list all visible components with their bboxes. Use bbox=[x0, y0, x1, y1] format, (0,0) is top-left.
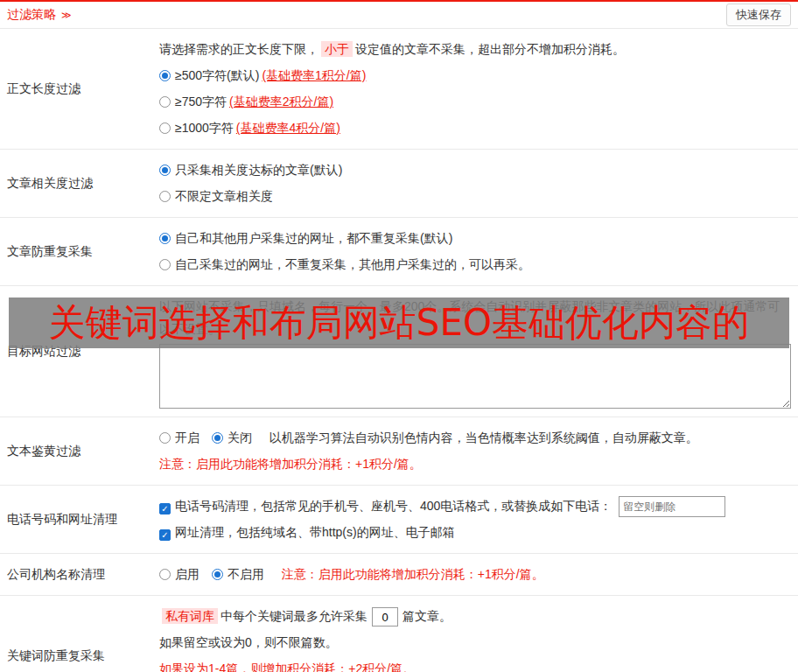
porn-filter-note: 注意：启用此功能将增加积分消耗：+1积分/篇。 bbox=[159, 451, 791, 477]
chevron-down-icon: ≫ bbox=[61, 10, 72, 20]
row-dedup: 文章防重复采集 自己和其他用户采集过的网址，都不重复采集(默认) 自己采集过的网… bbox=[0, 218, 798, 286]
checkbox-option-phone-clean[interactable]: 电话号码清理，包括常见的手机号、座机号、400电话格式，或替换成如下电话： bbox=[159, 499, 615, 513]
option-text: 自己采集过的网址，不重复采集，其他用户采集过的，可以再采。 bbox=[175, 257, 530, 271]
option-text: 关闭 bbox=[228, 430, 252, 444]
option-text: ≥500字符(默认) bbox=[175, 68, 259, 82]
radio-option-relevance-strict[interactable]: 只采集相关度达标的文章(默认) bbox=[159, 157, 791, 183]
option-text: 启用 bbox=[175, 567, 200, 581]
row-company-clean: 公司机构名称清理 启用 不启用 注意：启用此功能将增加积分消耗：+1积分/篇。 bbox=[0, 554, 798, 596]
row-relevance: 文章相关度过滤 只采集相关度达标的文章(默认) 不限定文章相关度 bbox=[0, 150, 798, 218]
option-cost-text: (基础费率2积分/篇) bbox=[229, 94, 333, 108]
keyword-dedup-line1: 私有词库中每个关键词最多允许采集篇文章。 bbox=[159, 603, 791, 629]
option-text: 不启用 bbox=[228, 567, 264, 581]
page-header: 过滤策略 ≫ 快速保存 bbox=[0, 0, 798, 29]
row-body-length: 正文长度过滤 请选择需求的正文长度下限，小于设定值的文章不采集，超出部分不增加积… bbox=[0, 29, 798, 150]
blocked-sites-textarea[interactable] bbox=[159, 344, 791, 409]
option-text: 不限定文章相关度 bbox=[175, 189, 273, 203]
row-keyword-dedup-content: 私有词库中每个关键词最多允许采集篇文章。 如果留空或设为0，则不限篇数。 如果设… bbox=[152, 596, 798, 672]
url-clean-line: 网址清理，包括纯域名、带http(s)的网址、电子邮箱 bbox=[159, 519, 791, 545]
porn-filter-options: 开启 关闭 以机器学习算法自动识别色情内容，当色情概率达到系统阈值，自动屏蔽文章… bbox=[159, 424, 791, 451]
intro-text-post: 设定值的文章不采集，超出部分不增加积分消耗。 bbox=[355, 42, 625, 56]
row-dedup-content: 自己和其他用户采集过的网址，都不重复采集(默认) 自己采集过的网址，不重复采集，… bbox=[152, 218, 798, 285]
checkbox-icon[interactable] bbox=[159, 529, 171, 541]
radio-option-dedup-self-only[interactable]: 自己采集过的网址，不重复采集，其他用户采集过的，可以再采。 bbox=[159, 251, 791, 277]
radio-icon[interactable] bbox=[159, 259, 171, 270]
checkbox-option-url-clean[interactable]: 网址清理，包括纯域名、带http(s)的网址、电子邮箱 bbox=[159, 525, 455, 539]
radio-icon[interactable] bbox=[159, 164, 171, 176]
porn-filter-description: 以机器学习算法自动识别色情内容，当色情概率达到系统阈值，自动屏蔽文章。 bbox=[270, 430, 698, 444]
private-lexicon-highlight: 私有词库 bbox=[162, 608, 218, 624]
max-articles-count-input[interactable] bbox=[372, 607, 398, 626]
watermark-overlay: 关键词选择和布局网站SEO基础优化内容的 bbox=[9, 298, 789, 348]
quick-save-button[interactable]: 快速保存 bbox=[726, 4, 791, 26]
page-title[interactable]: 过滤策略 ≫ bbox=[7, 7, 71, 23]
option-text: 开启 bbox=[175, 430, 200, 444]
radio-option-company-on[interactable]: 启用 bbox=[159, 567, 203, 581]
option-text: 自己和其他用户采集过的网址，都不重复采集(默认) bbox=[175, 231, 452, 245]
line1-text-post: 篇文章。 bbox=[402, 609, 452, 623]
intro-highlight-less-than: 小于 bbox=[321, 41, 353, 57]
radio-option-relevance-any[interactable]: 不限定文章相关度 bbox=[159, 183, 791, 209]
row-keyword-dedup-label: 关键词防重复采集 bbox=[0, 596, 152, 672]
company-clean-options: 启用 不启用 注意：启用此功能将增加积分消耗：+1积分/篇。 bbox=[159, 561, 791, 587]
option-text: ≥750字符 bbox=[175, 94, 227, 108]
page-title-text: 过滤策略 bbox=[7, 7, 56, 21]
phone-clean-line: 电话号码清理，包括常见的手机号、座机号、400电话格式，或替换成如下电话： bbox=[159, 493, 791, 519]
row-phone-url-clean-label: 电话号码和网址清理 bbox=[0, 486, 152, 553]
radio-option-1000-chars[interactable]: ≥1000字符(基础费率4积分/篇) bbox=[159, 115, 791, 141]
row-body-length-content: 请选择需求的正文长度下限，小于设定值的文章不采集，超出部分不增加积分消耗。 ≥5… bbox=[152, 29, 798, 149]
radio-option-company-off[interactable]: 不启用 bbox=[212, 567, 268, 581]
checkbox-icon[interactable] bbox=[159, 503, 171, 514]
row-porn-filter: 文本鉴黄过滤 开启 关闭 以机器学习算法自动识别色情内容，当色情概率达到系统阈值… bbox=[0, 417, 798, 486]
keyword-dedup-line3: 如果设为1-4篇，则增加积分消耗：+2积分/篇。 bbox=[159, 655, 791, 672]
row-company-clean-content: 启用 不启用 注意：启用此功能将增加积分消耗：+1积分/篇。 bbox=[152, 554, 798, 595]
line1-text: 中每个关键词最多允许采集 bbox=[220, 609, 368, 623]
radio-icon[interactable] bbox=[159, 122, 171, 134]
keyword-dedup-line2: 如果留空或设为0，则不限篇数。 bbox=[159, 629, 791, 655]
radio-icon[interactable] bbox=[159, 191, 171, 202]
radio-icon[interactable] bbox=[159, 70, 171, 81]
row-dedup-label: 文章防重复采集 bbox=[0, 218, 152, 285]
radio-icon[interactable] bbox=[159, 432, 171, 444]
option-text: ≥1000字符 bbox=[175, 121, 234, 135]
row-phone-url-clean-content: 电话号码清理，包括常见的手机号、座机号、400电话格式，或替换成如下电话： 网址… bbox=[152, 486, 798, 553]
radio-option-porn-on[interactable]: 开启 bbox=[159, 430, 203, 444]
option-cost-text: (基础费率1积分/篇) bbox=[262, 68, 366, 82]
radio-option-500-chars[interactable]: ≥500字符(默认)(基础费率1积分/篇) bbox=[159, 62, 791, 88]
radio-icon[interactable] bbox=[159, 569, 171, 580]
replacement-phone-input[interactable] bbox=[619, 496, 725, 517]
radio-icon[interactable] bbox=[159, 96, 171, 108]
row-body-length-label: 正文长度过滤 bbox=[0, 29, 152, 149]
row-relevance-label: 文章相关度过滤 bbox=[0, 150, 152, 217]
radio-option-750-chars[interactable]: ≥750字符(基础费率2积分/篇) bbox=[159, 88, 791, 115]
radio-option-porn-off[interactable]: 关闭 bbox=[212, 430, 256, 444]
radio-icon[interactable] bbox=[212, 432, 223, 444]
radio-icon[interactable] bbox=[159, 233, 171, 244]
option-text: 只采集相关度达标的文章(默认) bbox=[175, 163, 342, 177]
company-clean-note: 注意：启用此功能将增加积分消耗：+1积分/篇。 bbox=[282, 567, 544, 581]
radio-icon[interactable] bbox=[212, 569, 223, 580]
row-keyword-dedup: 关键词防重复采集 私有词库中每个关键词最多允许采集篇文章。 如果留空或设为0，则… bbox=[0, 596, 798, 672]
body-length-intro: 请选择需求的正文长度下限，小于设定值的文章不采集，超出部分不增加积分消耗。 bbox=[159, 38, 791, 60]
option-text: 电话号码清理，包括常见的手机号、座机号、400电话格式，或替换成如下电话： bbox=[175, 499, 612, 513]
row-phone-url-clean: 电话号码和网址清理 电话号码清理，包括常见的手机号、座机号、400电话格式，或替… bbox=[0, 486, 798, 554]
intro-text-pre: 请选择需求的正文长度下限， bbox=[159, 42, 318, 56]
radio-option-dedup-all-users[interactable]: 自己和其他用户采集过的网址，都不重复采集(默认) bbox=[159, 225, 791, 251]
watermark-text: 关键词选择和布局网站SEO基础优化内容的 bbox=[49, 298, 749, 347]
row-porn-filter-content: 开启 关闭 以机器学习算法自动识别色情内容，当色情概率达到系统阈值，自动屏蔽文章… bbox=[152, 417, 798, 485]
row-relevance-content: 只采集相关度达标的文章(默认) 不限定文章相关度 bbox=[152, 150, 798, 217]
option-cost-text: (基础费率4积分/篇) bbox=[236, 121, 340, 135]
row-company-clean-label: 公司机构名称清理 bbox=[0, 554, 152, 595]
option-text: 网址清理，包括纯域名、带http(s)的网址、电子邮箱 bbox=[175, 525, 455, 539]
row-porn-filter-label: 文本鉴黄过滤 bbox=[0, 417, 152, 485]
